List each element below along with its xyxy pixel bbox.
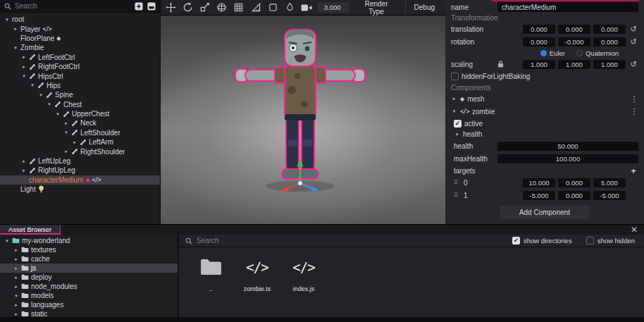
scene-node-LeftArm[interactable]: ▸LeftArm — [0, 137, 160, 147]
scene-node-Zombie[interactable]: ▾Zombie — [0, 43, 160, 52]
scene-search-input[interactable] — [15, 2, 130, 10]
reset-rotation-button[interactable]: ↺ — [628, 37, 638, 47]
file-item-index.js[interactable]: </>index.js — [283, 256, 324, 292]
file-item-..[interactable]: .. — [190, 256, 231, 292]
asset-folder-languages[interactable]: ▸languages — [0, 300, 178, 309]
asset-folder-js[interactable]: ▸js — [0, 264, 178, 273]
scene-node-root[interactable]: ▾root — [0, 15, 160, 24]
chevron-right-icon[interactable]: ▸ — [13, 275, 19, 280]
mesh-component-row[interactable]: ▸ ◆ mesh ⋮ — [445, 92, 644, 105]
chevron-right-icon[interactable]: ▸ — [13, 302, 19, 308]
chevron-right-icon[interactable]: ▸ — [13, 247, 19, 253]
add-object-button[interactable] — [134, 1, 143, 11]
target0-x-input[interactable] — [523, 178, 555, 187]
scene-node-Chest[interactable]: ▾Chest — [0, 100, 160, 109]
scene-node-Hips[interactable]: ▾Hips — [0, 81, 160, 90]
scene-node-RightUpLeg[interactable]: ▸RightUpLeg — [0, 166, 160, 175]
translation-x-input[interactable] — [523, 25, 555, 34]
asset-folder-deploy[interactable]: ▸deploy — [0, 273, 178, 282]
chevron-right-icon[interactable]: ▸ — [13, 284, 19, 290]
reset-scaling-button[interactable]: ↺ — [628, 60, 638, 69]
lighting-button[interactable] — [282, 1, 298, 15]
rotation-y-input[interactable] — [558, 37, 590, 47]
active-checkbox[interactable]: ✓ — [454, 120, 462, 128]
scene-node-LeftShoulder[interactable]: ▾LeftShoulder — [0, 128, 160, 137]
target-row-1[interactable]: ⠿ 1 — [445, 189, 644, 202]
chevron-down-icon[interactable]: ▾ — [4, 17, 10, 23]
chevron-right-icon[interactable]: ▸ — [72, 140, 78, 145]
camera-speed-value[interactable]: 3.000 — [318, 2, 347, 13]
name-input[interactable] — [497, 2, 638, 12]
grid-snap-button[interactable] — [230, 1, 247, 15]
chevron-down-icon[interactable]: ▾ — [30, 82, 35, 88]
add-component-button[interactable]: Add Component — [500, 206, 590, 219]
asset-folder-my-wonderland[interactable]: ▾my-wonderland — [0, 236, 178, 245]
chevron-right-icon[interactable]: ▸ — [13, 266, 19, 271]
chevron-down-icon[interactable]: ▾ — [21, 73, 27, 79]
asset-folder-node_modules[interactable]: ▸node_modules — [0, 282, 178, 291]
scene-node-FloorPlane[interactable]: FloorPlane◆ — [0, 34, 160, 43]
chevron-right-icon[interactable]: ▸ — [21, 168, 27, 173]
asset-folder-models[interactable]: ▾models — [0, 291, 178, 300]
target1-x-input[interactable] — [523, 191, 555, 200]
global-space-button[interactable] — [213, 1, 230, 15]
shading-mode-button[interactable] — [265, 1, 281, 15]
asset-search-input[interactable] — [197, 237, 498, 244]
show-hidden-checkbox[interactable] — [586, 237, 594, 244]
render-type-button[interactable]: Render Type — [348, 0, 404, 15]
target0-y-input[interactable] — [558, 178, 590, 187]
scene-node-characterMedium[interactable]: characterMedium◆</> — [0, 175, 160, 185]
chevron-right-icon[interactable]: ▸ — [63, 149, 69, 154]
chevron-down-icon[interactable]: ▾ — [63, 130, 69, 135]
translation-z-input[interactable] — [593, 25, 626, 34]
euler-radio[interactable] — [540, 50, 547, 56]
translate-tool-button[interactable] — [163, 1, 179, 15]
chevron-right-icon[interactable]: ▸ — [21, 159, 27, 164]
lock-icon[interactable] — [497, 61, 504, 68]
chevron-down-icon[interactable]: ▾ — [38, 92, 44, 98]
chevron-down-icon[interactable]: ▾ — [47, 101, 52, 107]
chevron-right-icon[interactable]: ▸ — [63, 120, 69, 126]
rotation-z-input[interactable] — [593, 37, 626, 47]
close-icon[interactable]: ✕ — [631, 225, 638, 235]
chevron-right-icon[interactable]: ▸ — [21, 54, 27, 60]
asset-folder-cache[interactable]: ▸cache — [0, 254, 178, 264]
scene-node-UpperChest[interactable]: ▾UpperChest — [0, 109, 160, 118]
target1-y-input[interactable] — [558, 191, 590, 200]
scaling-y-input[interactable] — [558, 60, 590, 69]
hidden-for-lightbaking-checkbox[interactable] — [451, 73, 459, 80]
target0-z-input[interactable] — [593, 178, 626, 187]
target1-z-input[interactable] — [593, 191, 626, 200]
asset-folder-textures[interactable]: ▸textures — [0, 245, 178, 254]
show-directories-checkbox[interactable]: ✓ — [512, 237, 520, 244]
reset-translation-button[interactable]: ↺ — [628, 25, 638, 34]
zombie-model[interactable] — [230, 27, 371, 210]
scale-tool-button[interactable] — [197, 1, 213, 15]
rotate-tool-button[interactable] — [180, 1, 196, 15]
scene-node-RightShoulder[interactable]: ▸RightShoulder — [0, 147, 160, 156]
panel-layout-button[interactable] — [147, 1, 156, 11]
scene-node-HipsCtrl[interactable]: ▾HipsCtrl — [0, 71, 160, 80]
mesh-menu-button[interactable]: ⋮ — [630, 94, 638, 104]
zombie-menu-button[interactable]: ⋮ — [630, 107, 638, 116]
file-item-zombie.ts[interactable]: </>zombie.ts — [237, 256, 278, 292]
camera-button[interactable] — [299, 1, 315, 15]
viewport-canvas[interactable] — [161, 16, 445, 224]
scene-node-Spine[interactable]: ▾Spine — [0, 90, 160, 99]
quaternion-radio[interactable] — [576, 50, 583, 56]
scene-node-Player[interactable]: ▸Player</> — [0, 24, 160, 33]
target-row-0[interactable]: ⠿ 0 — [445, 176, 644, 189]
scene-node-LeftUpLeg[interactable]: ▸LeftUpLeg — [0, 156, 160, 166]
debug-button[interactable]: Debug — [405, 0, 443, 15]
chevron-right-icon[interactable]: ▸ — [13, 256, 19, 262]
chevron-down-icon[interactable]: ▾ — [13, 45, 18, 51]
drag-handle-icon[interactable]: ⠿ — [454, 192, 461, 199]
health-group-row[interactable]: ▾ health — [445, 129, 644, 140]
scaling-z-input[interactable] — [593, 60, 626, 69]
chevron-down-icon[interactable]: ▾ — [4, 238, 10, 244]
chevron-down-icon[interactable]: ▾ — [55, 111, 61, 117]
add-target-button[interactable]: + — [628, 166, 638, 175]
scene-node-RightFootCtrl[interactable]: ▸RightFootCtrl — [0, 62, 160, 71]
maxhealth-input[interactable] — [497, 154, 638, 163]
chevron-right-icon[interactable]: ▸ — [451, 96, 457, 101]
